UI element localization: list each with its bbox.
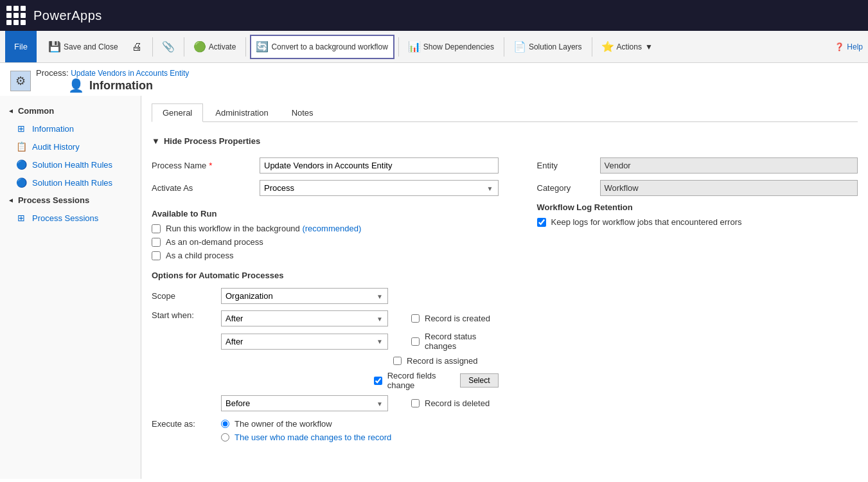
process-sessions-arrow-icon: ◄ (8, 197, 14, 204)
activate-as-wrapper: Process Process Template (260, 180, 499, 196)
save-button[interactable]: 💾 Save and Close (43, 35, 124, 59)
category-value: Workflow (600, 180, 858, 196)
start-row-assigned: Record is assigned (221, 356, 499, 366)
solution-layers-button[interactable]: 📄 Solution Layers (508, 35, 588, 59)
execute-as-user-radio[interactable] (221, 433, 229, 442)
record-created-checkbox-row: Record is created (411, 314, 499, 323)
execute-as-options: The owner of the workflow The user who m… (221, 419, 499, 446)
print-button[interactable]: 🖨 (125, 35, 148, 59)
solution-health-1-icon: 🔵 (15, 159, 27, 170)
record-deleted-checkbox[interactable] (411, 399, 420, 407)
save-icon: 💾 (49, 41, 60, 53)
entity-value: Vendor (600, 157, 858, 174)
ribbon-separator-6 (592, 37, 592, 57)
print-icon: 🖨 (131, 41, 143, 53)
tab-administration[interactable]: Administration (204, 103, 279, 121)
record-deleted-checkbox-row: Record is deleted (411, 398, 499, 408)
recommended-link[interactable]: (recommended) (302, 224, 361, 233)
sidebar-common-header[interactable]: ◄ Common (0, 102, 141, 120)
available-to-run-title: Available to Run (152, 209, 499, 219)
category-row: Category Workflow (537, 180, 858, 196)
start-row-created: AfterBefore Record is created (221, 310, 499, 326)
show-dependencies-button[interactable]: 📊 Show Dependencies (403, 35, 500, 59)
sidebar-process-sessions-header[interactable]: ◄ Process Sessions (0, 192, 141, 209)
start-row-status: AfterBefore Record status changes (221, 332, 499, 351)
tab-notes[interactable]: Notes (281, 103, 324, 121)
start-when-rows: AfterBefore Record is created (221, 310, 499, 411)
tab-general[interactable]: General (152, 103, 203, 122)
record-status-checkbox-row: Record status changes (411, 332, 499, 351)
record-fields-change-checkbox[interactable] (374, 377, 382, 385)
process-name-input[interactable] (260, 157, 499, 174)
breadcrumb: Process: Update Vendors in Accounts Enti… (36, 68, 189, 78)
start-row-status-select[interactable]: AfterBefore (221, 334, 388, 350)
left-column: Process Name * Activate As Process Proce… (152, 157, 499, 446)
on-demand-checkbox[interactable] (152, 238, 161, 247)
page-title-icon: 👤 (68, 78, 84, 93)
record-status-checkbox[interactable] (411, 337, 420, 346)
section-arrow-icon: ▼ (152, 136, 160, 146)
start-row-created-select[interactable]: AfterBefore (221, 310, 388, 326)
form-grid: Process Name * Activate As Process Proce… (152, 157, 499, 196)
breadcrumb-icon: ⚙ (10, 71, 31, 91)
execute-as-label: Execute as: (152, 419, 216, 446)
activate-icon: 🟢 (194, 41, 206, 53)
background-workflow-checkbox[interactable] (152, 224, 161, 233)
required-star: * (209, 161, 212, 170)
solution-health-2-icon: 🔵 (15, 177, 27, 188)
sidebar-item-solution-health-1[interactable]: 🔵 Solution Health Rules (0, 156, 141, 174)
child-process-checkbox[interactable] (152, 251, 161, 260)
record-created-checkbox[interactable] (411, 314, 420, 323)
ribbon-separator-2 (184, 37, 184, 57)
execute-as-container: Execute as: The owner of the workflow Th… (152, 419, 499, 446)
available-to-run-section: Available to Run Run this workflow in th… (152, 209, 499, 260)
convert-button[interactable]: 🔄 Convert to a background workflow (250, 35, 394, 59)
breadcrumb-link[interactable]: Update Vendors in Accounts Entity (71, 69, 189, 78)
activate-as-select[interactable]: Process Process Template (260, 180, 499, 196)
attach-icon: 📎 (163, 41, 174, 53)
section-header[interactable]: ▼ Hide Process Properties (152, 132, 858, 150)
actions-icon: ⭐ (602, 41, 614, 53)
sidebar-item-audit-history[interactable]: 📋 Audit History (0, 138, 141, 156)
ribbon: File 💾 Save and Close 🖨 📎 🟢 Activate 🔄 C… (0, 31, 868, 63)
content-area: General Administration Notes ▼ Hide Proc… (141, 96, 868, 479)
activate-as-label: Activate As (152, 180, 254, 196)
activate-button[interactable]: 🟢 Activate (188, 35, 242, 59)
ribbon-separator-1 (152, 37, 153, 57)
sidebar: ◄ Common ⊞ Information 📋 Audit History 🔵… (0, 96, 141, 479)
actions-button[interactable]: ⭐ Actions ▼ (596, 35, 659, 59)
file-button[interactable]: File (5, 31, 37, 62)
start-when-label: Start when: (152, 310, 216, 411)
sidebar-item-process-sessions[interactable]: ⊞ Process Sessions (0, 209, 141, 227)
main-layout: ◄ Common ⊞ Information 📋 Audit History 🔵… (0, 96, 868, 479)
help-button[interactable]: ❓ Help (835, 42, 863, 51)
entity-row: Entity Vendor (537, 157, 858, 174)
breadcrumb-area: ⚙ Process: Update Vendors in Accounts En… (0, 63, 868, 96)
sidebar-item-solution-health-2[interactable]: 🔵 Solution Health Rules (0, 174, 141, 192)
sidebar-item-information[interactable]: ⊞ Information (0, 120, 141, 138)
start-row-status-select-wrapper: AfterBefore (221, 334, 388, 350)
options-title: Options for Automatic Processes (152, 271, 499, 280)
process-sessions-icon: ⊞ (15, 212, 27, 224)
start-when-container: Start when: AfterBefore (152, 310, 499, 411)
category-label: Category (537, 183, 595, 193)
dependencies-icon: 📊 (409, 41, 420, 53)
execute-as-user-row: The user who made changes to the record (221, 433, 499, 442)
execute-as-owner-radio[interactable] (221, 420, 229, 428)
right-column: Entity Vendor Category Workflow Workflow… (511, 157, 858, 446)
start-row-deleted-select-wrapper: BeforeAfter (221, 395, 388, 411)
help-circle-icon: ❓ (835, 42, 844, 51)
scope-select[interactable]: Organization User Business Unit Parent: … (221, 288, 388, 304)
keep-logs-row: Keep logs for workflow jobs that encount… (537, 217, 858, 227)
attach-button[interactable]: 📎 (157, 35, 180, 59)
start-row-deleted-select[interactable]: BeforeAfter (221, 395, 388, 411)
keep-logs-checkbox[interactable] (537, 218, 546, 227)
record-assigned-checkbox[interactable] (393, 357, 402, 365)
select-fields-button[interactable]: Select (460, 373, 498, 388)
checkbox-row-child-process: As a child process (152, 251, 499, 260)
start-row-created-select-wrapper: AfterBefore (221, 310, 388, 326)
scope-label: Scope (152, 291, 216, 301)
waffle-menu[interactable] (6, 6, 26, 25)
information-icon: ⊞ (15, 123, 27, 134)
scope-select-wrapper: Organization User Business Unit Parent: … (221, 288, 388, 304)
